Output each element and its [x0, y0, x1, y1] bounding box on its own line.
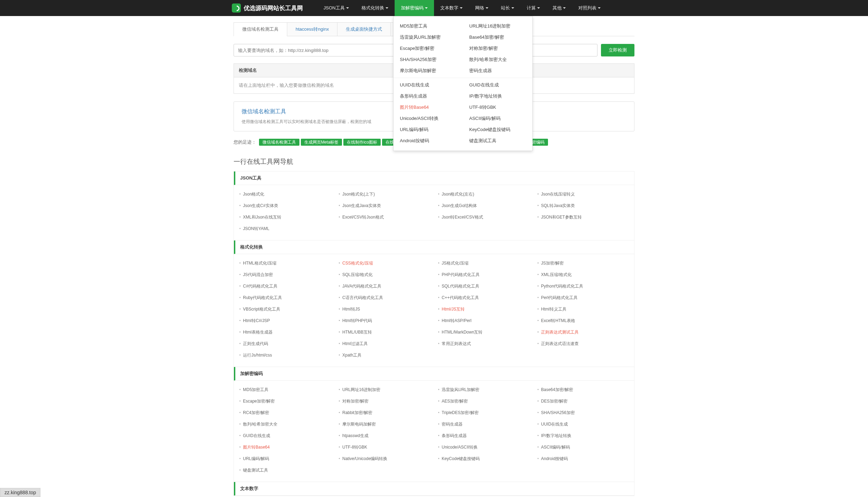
nav-item-2[interactable]: 加解密编码	[395, 0, 434, 16]
tool-link[interactable]: UTF-8转GBK	[335, 442, 434, 453]
tool-link[interactable]: GUID在线生成	[235, 430, 335, 442]
mega-item[interactable]: ASCII编码/解码	[463, 113, 532, 124]
tool-link[interactable]: C++代码格式化工具	[434, 292, 533, 304]
tool-link[interactable]: C#代码格式化工具	[235, 281, 335, 292]
tool-link[interactable]: Escape加密/解密	[235, 396, 335, 407]
tool-link[interactable]: URL网址16进制加密	[335, 384, 434, 396]
tool-link[interactable]: Python代码格式化工具	[533, 281, 633, 292]
mega-item[interactable]: 条形码生成器	[394, 91, 463, 102]
tool-link[interactable]: 常用正则表达式	[434, 338, 533, 350]
tool-link[interactable]: XML和Json在线互转	[235, 212, 335, 223]
tool-link[interactable]: SQL压缩/格式化	[335, 269, 434, 281]
tool-link[interactable]: Native/Unicode编码转换	[335, 453, 434, 465]
tool-link[interactable]: Json格式化	[235, 189, 335, 200]
detect-button[interactable]: 立即检测	[601, 44, 634, 56]
tool-tab-2[interactable]: 生成桌面快捷方式	[337, 22, 391, 36]
brand[interactable]: 优选源码网站长工具网	[232, 3, 303, 13]
tool-link[interactable]: ASCII编码/解码	[533, 442, 633, 453]
nav-item-7[interactable]: 其他	[546, 0, 572, 16]
tool-link[interactable]: HTML/MarkDown互转	[434, 327, 533, 338]
mega-item[interactable]: GUID在线生成	[463, 79, 532, 91]
tool-link[interactable]: MD5加密工具	[235, 384, 335, 396]
nav-item-5[interactable]: 站长	[495, 0, 520, 16]
tool-link[interactable]: PHP代码格式化工具	[434, 269, 533, 281]
mega-item[interactable]: SHA/SHA256加密	[394, 54, 463, 65]
tool-link[interactable]: JAVA代码格式化工具	[335, 281, 434, 292]
tool-link[interactable]: htpasswd生成	[335, 430, 434, 442]
tool-link[interactable]: 条形码生成器	[434, 430, 533, 442]
mega-item[interactable]: UUID在线生成	[394, 79, 463, 91]
tool-link[interactable]: Base64加密/解密	[533, 384, 633, 396]
tool-link[interactable]: SQL代码格式化工具	[434, 281, 533, 292]
tool-link[interactable]: Html/JS互转	[434, 304, 533, 315]
tool-link[interactable]: Html转ASP/Perl	[434, 315, 533, 327]
tool-link[interactable]: URL编码/解码	[235, 453, 335, 465]
mega-item[interactable]: URL编码/解码	[394, 124, 463, 135]
tool-link[interactable]: 键盘测试工具	[235, 465, 335, 476]
tool-link[interactable]: Json在线压缩转义	[533, 189, 633, 200]
mega-item[interactable]: 迅雷旋风URL加解密	[394, 32, 463, 43]
tool-link[interactable]: UUID在线生成	[533, 419, 633, 430]
mega-item[interactable]: 散列/哈希加密大全	[463, 54, 532, 65]
tool-link[interactable]: Json生成C#实体类	[235, 200, 335, 212]
tool-link[interactable]: VBScript格式化工具	[235, 304, 335, 315]
nav-item-4[interactable]: 网络	[469, 0, 495, 16]
tool-link[interactable]: SQL转Java实体类	[533, 200, 633, 212]
tool-link[interactable]: AES加密/解密	[434, 396, 533, 407]
tool-link[interactable]: SHA/SHA256加密	[533, 407, 633, 419]
tool-link[interactable]: DES加密/解密	[533, 396, 633, 407]
nav-item-6[interactable]: 计算	[520, 0, 546, 16]
mega-item[interactable]: KeyCode键盘按键码	[463, 124, 532, 135]
tool-link[interactable]: Json转Excel/CSV格式	[434, 212, 533, 223]
mega-item[interactable]: 对称加密/解密	[463, 43, 532, 54]
footprint-tag[interactable]: 生成网页Meta标签	[301, 139, 342, 146]
nav-item-8[interactable]: 对照列表	[572, 0, 607, 16]
tool-link[interactable]: Rabbit加密/解密	[335, 407, 434, 419]
tool-link[interactable]: 对称加密/解密	[335, 396, 434, 407]
mega-item[interactable]: Escape加密/解密	[394, 43, 463, 54]
mega-item[interactable]: Android按键码	[394, 135, 463, 146]
tool-link[interactable]: Ruby代码格式化工具	[235, 292, 335, 304]
mega-item[interactable]: Unicode/ASCII转换	[394, 113, 463, 124]
tool-link[interactable]: CSS格式化/压缩	[335, 258, 434, 269]
nav-item-3[interactable]: 文本数字	[434, 0, 469, 16]
tool-link[interactable]: Html转JS	[335, 304, 434, 315]
footprint-tag[interactable]: 在线制作ico图标	[343, 139, 381, 146]
tool-link[interactable]: Excel/CSV转Json格式	[335, 212, 434, 223]
tool-link[interactable]: 正则生成代码	[235, 338, 335, 350]
nav-item-0[interactable]: JSON工具	[317, 0, 355, 16]
tool-link[interactable]: Html过滤工具	[335, 338, 434, 350]
tool-link[interactable]: C语言代码格式化工具	[335, 292, 434, 304]
tool-link[interactable]: Excel转HTML表格	[533, 315, 633, 327]
tool-link[interactable]: Json生成Java实体类	[335, 200, 434, 212]
mega-item[interactable]: MD5加密工具	[394, 21, 463, 32]
tool-link[interactable]: Json格式化(左右)	[434, 189, 533, 200]
tool-link[interactable]: Html表格生成器	[235, 327, 335, 338]
tool-tab-0[interactable]: 微信域名检测工具	[234, 22, 287, 36]
tool-link[interactable]: 散列/哈希加密大全	[235, 419, 335, 430]
tool-link[interactable]: Json格式化(上下)	[335, 189, 434, 200]
tool-link[interactable]: 图片转Base64	[235, 442, 335, 453]
tool-link[interactable]: 摩尔斯电码加解密	[335, 419, 434, 430]
tool-link[interactable]: Xpath工具	[335, 350, 434, 361]
tool-link[interactable]: JS格式化/压缩	[434, 258, 533, 269]
tool-link[interactable]: 密码生成器	[434, 419, 533, 430]
tool-link[interactable]: 迅雷旋风URL加解密	[434, 384, 533, 396]
tool-link[interactable]: 运行Js/html/css	[235, 350, 335, 361]
tool-link[interactable]: IP/数字地址转换	[533, 430, 633, 442]
tool-link[interactable]: TripleDES加密/解密	[434, 407, 533, 419]
tool-link[interactable]: Unicode/ASCII转换	[434, 442, 533, 453]
tool-link[interactable]: KeyCode键盘按键码	[434, 453, 533, 465]
tool-link[interactable]: Json生成Go结构体	[434, 200, 533, 212]
tool-link[interactable]: JSON和GET参数互转	[533, 212, 633, 223]
tool-link[interactable]: Html转C#/JSP	[235, 315, 335, 327]
mega-item[interactable]: 图片转Base64	[394, 102, 463, 113]
nav-item-1[interactable]: 格式化转换	[355, 0, 395, 16]
tool-link[interactable]: HTML格式化/压缩	[235, 258, 335, 269]
tool-link[interactable]: Html转义工具	[533, 304, 633, 315]
mega-item[interactable]: URL网址16进制加密	[463, 21, 532, 32]
tool-link[interactable]: Html转PHP代码	[335, 315, 434, 327]
mega-item[interactable]: 键盘测试工具	[463, 135, 532, 146]
tool-tab-1[interactable]: htaccess转nginx	[287, 22, 337, 36]
mega-item[interactable]: 摩尔斯电码加解密	[394, 65, 463, 76]
